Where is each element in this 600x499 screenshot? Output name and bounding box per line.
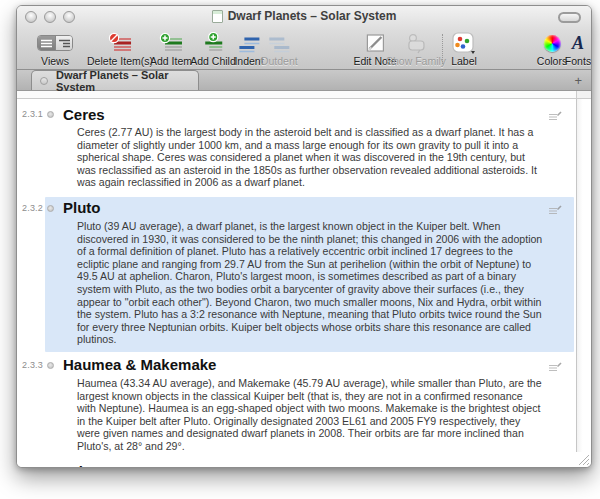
content-header-strip [17,91,591,99]
row-title[interactable]: Pluto [63,199,101,217]
outline-view-segment[interactable] [55,36,72,50]
serif-a-icon: A [572,32,584,54]
row-title[interactable]: Eris [63,463,91,467]
outline-row[interactable]: 2.3.3 Haumea & Makemake [17,354,576,459]
app-window: Dwarf Planets – Solar System Views [16,5,592,468]
document-icon [212,10,223,23]
vertical-scrollbar[interactable] [576,99,591,452]
section-number: 2.3.2 [22,203,43,213]
row-bullet-icon[interactable] [47,111,54,118]
delete-lines-icon [107,32,133,54]
list-outline-segmented-icon [37,32,73,54]
note-indicator-icon[interactable] [549,201,562,219]
row-title-line: Ceres [47,105,568,124]
toolbar-item-colors[interactable]: Colors [537,32,567,67]
section-number: 2.3.1 [22,109,43,119]
toolbar-item-delete[interactable]: Delete Item(s) [87,32,153,67]
outline-row[interactable]: 2.3.1 Ceres [17,103,576,195]
note-indicator-icon[interactable] [549,358,562,376]
outdent-icon [267,32,291,54]
row-title-line: Pluto [47,199,568,218]
indent-icon [237,32,261,54]
outline-row[interactable]: 2.3.4 Eris [17,460,576,467]
toolbar-item-fonts[interactable]: A Fonts [565,32,591,67]
toolbar-label: Views [41,55,69,67]
window-title: Dwarf Planets – Solar System [228,9,397,23]
toolbar-label: Outdent [260,55,297,67]
label-dots-icon [451,32,477,54]
titlebar[interactable]: Dwarf Planets – Solar System [17,6,591,28]
toolbar-label: Label [451,55,477,67]
tab-close-circle-icon[interactable] [40,77,48,85]
toolbar-item-label[interactable]: Label [451,32,477,67]
outline-sections: 2.3.1 Ceres [17,99,576,467]
scrollbar-corner [576,91,591,98]
add-item-icon [158,32,184,54]
toolbar: Views Delete Item(s) [17,28,591,69]
toolbar-item-add-child[interactable]: Add Child [190,32,236,67]
toolbar-item-views[interactable]: Views [37,32,73,67]
row-title[interactable]: Ceres [63,106,105,124]
row-title-line: Eris [47,462,568,467]
tab-dwarf-planets[interactable]: Dwarf Planets – Solar System [31,70,199,90]
toolbar-toggle-pill[interactable] [558,12,581,23]
section-number: 2.3.3 [22,360,43,370]
row-bullet-icon[interactable] [47,205,54,212]
toolbar-item-indent[interactable]: Indent [234,32,263,67]
add-tab-button[interactable]: + [574,74,582,87]
outline-view: 2.3.1 Ceres [17,99,591,467]
toolbar-label: Indent [234,55,263,67]
row-body-text[interactable]: Ceres (2.77 AU) is the largest body in t… [77,126,544,189]
toolbar-label: Add Item [150,55,192,67]
toolbar-item-add-item[interactable]: Add Item [150,32,192,67]
window-title-area: Dwarf Planets – Solar System [17,9,591,23]
color-wheel-icon [544,32,561,54]
family-icon [404,32,428,54]
tab-label: Dwarf Planets – Solar System [56,69,190,93]
toolbar-label: Show Family [386,55,446,67]
row-bullet-icon[interactable] [47,362,54,369]
row-inner[interactable]: Haumea & Makemake [45,354,574,459]
toolbar-item-show-family: Show Family [386,32,446,67]
row-inner[interactable]: Pluto Pluto (39 [45,197,574,352]
row-inner[interactable]: Ceres Ceres (2. [45,103,574,195]
note-indicator-icon[interactable] [549,107,562,125]
outline-row[interactable]: 2.3.2 Pluto [17,197,576,352]
resize-grip[interactable] [576,452,590,466]
toolbar-separator [442,34,443,64]
note-indicator-icon[interactable] [549,464,562,467]
toolbar-label: Delete Item(s) [87,55,153,67]
toolbar-label: Fonts [565,55,591,67]
toolbar-item-outdent: Outdent [260,32,297,67]
add-child-icon [200,32,226,54]
row-title-line: Haumea & Makemake [47,356,568,375]
row-inner[interactable]: Eris Eris (68 A [45,460,574,467]
row-body-text[interactable]: Pluto (39 AU average), a dwarf planet, i… [77,220,544,346]
row-body-text[interactable]: Haumea (43.34 AU average), and Makemake … [77,377,544,453]
row-title[interactable]: Haumea & Makemake [63,356,216,374]
list-view-segment[interactable] [38,36,55,50]
tab-bar: Dwarf Planets – Solar System + [17,70,591,91]
toolbar-label: Colors [537,55,567,67]
section-number: 2.3.4 [22,466,43,467]
window-chrome: Dwarf Planets – Solar System Views [17,6,591,70]
pencil-note-icon [363,32,387,54]
toolbar-label: Add Child [190,55,236,67]
